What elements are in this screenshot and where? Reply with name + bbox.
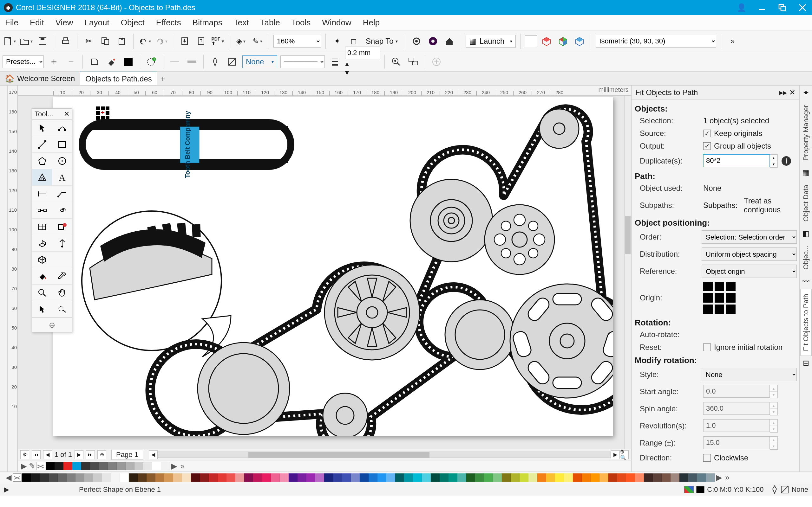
duplicates-input[interactable] [703, 154, 770, 167]
color-swatch[interactable] [306, 473, 315, 482]
color-swatch[interactable] [315, 473, 324, 482]
menu-bitmaps[interactable]: Bitmaps [193, 18, 222, 27]
docker-tab-object-data[interactable]: Object Data [800, 180, 812, 226]
menu-help[interactable]: Help [363, 18, 380, 27]
options-button[interactable] [409, 34, 423, 48]
launch-dropdown[interactable]: ▦Launch▾ [466, 35, 516, 48]
line-tool[interactable] [32, 136, 52, 153]
color-swatch[interactable] [591, 473, 600, 482]
color-swatch[interactable] [573, 473, 582, 482]
eyedropper-tool[interactable] [52, 268, 72, 285]
color-swatch[interactable] [164, 473, 173, 482]
color-swatch[interactable] [600, 473, 608, 482]
color-swatch[interactable] [55, 462, 63, 470]
projection-select[interactable]: Isometric (30, 90, 30) [596, 35, 716, 48]
page-tab[interactable]: Page 1 [111, 450, 143, 460]
color-swatch[interactable] [395, 473, 404, 482]
open-button[interactable] [19, 34, 33, 48]
navigator-button[interactable]: ⊕🔍 [620, 450, 629, 459]
docker-tab-icon-1[interactable]: ✦ [803, 88, 809, 98]
color-swatch[interactable] [697, 473, 706, 482]
publish-pdf-button[interactable]: PDF⬆ [211, 34, 224, 48]
prev-page-button[interactable]: ◀ [43, 450, 52, 459]
detail-callout[interactable] [82, 211, 231, 357]
color-swatch[interactable] [111, 473, 120, 482]
color-swatch[interactable] [46, 462, 55, 470]
docker-collapse-icon[interactable]: ▸▸ ✕ [779, 88, 796, 97]
color-swatch[interactable] [528, 473, 537, 482]
copy-button[interactable] [98, 34, 112, 48]
left-docker-strip[interactable] [0, 86, 8, 471]
docker-tab-icon-5[interactable]: ⊟ [803, 358, 809, 369]
toolbox-customize-button[interactable]: ⊕ [32, 318, 72, 332]
color-swatch[interactable] [404, 473, 413, 482]
toolbar-overflow-button[interactable]: » [725, 34, 740, 48]
polygon-tool[interactable] [32, 153, 52, 169]
no-outline-icon[interactable] [225, 55, 239, 69]
close-button[interactable] [797, 2, 808, 13]
3d-tool[interactable] [32, 251, 52, 268]
text-tool[interactable]: A [52, 169, 72, 186]
swatch-black-button[interactable] [121, 55, 136, 69]
color-swatch[interactable] [22, 473, 31, 482]
color-swatch[interactable] [108, 462, 117, 470]
color-swatch[interactable] [191, 473, 200, 482]
smart-select-tool[interactable] [52, 301, 72, 318]
minimize-button[interactable] [756, 2, 768, 13]
color-swatch[interactable] [422, 473, 431, 482]
tab-document[interactable]: Objects to Path.des [80, 72, 157, 85]
color-swatch[interactable] [129, 473, 138, 482]
color-swatch[interactable] [466, 473, 475, 482]
no-color-swatch-2[interactable] [13, 473, 21, 482]
color-swatch[interactable] [298, 473, 306, 482]
order-select[interactable]: Selection: Selection order [702, 230, 797, 244]
color-swatch[interactable] [484, 473, 493, 482]
line-thin-icon[interactable] [168, 55, 182, 69]
color-swatch[interactable] [360, 473, 368, 482]
color-swatch[interactable] [475, 473, 484, 482]
shape-tool[interactable] [52, 120, 72, 136]
eyedropper-icon[interactable]: ✎ [28, 462, 36, 470]
menu-text[interactable]: Text [234, 18, 249, 27]
pan-tool[interactable] [52, 285, 72, 301]
perspective-tool[interactable] [52, 235, 72, 251]
color-swatch[interactable] [608, 473, 617, 482]
color-swatch[interactable] [90, 462, 99, 470]
fill-color-button[interactable] [104, 55, 118, 69]
ellipse-tool[interactable] [52, 153, 72, 169]
color-swatch[interactable] [368, 473, 377, 482]
document-palette[interactable]: ▶ ✎ ▶» [18, 460, 631, 471]
docker-tab-icon-4[interactable]: 〰 [802, 276, 810, 287]
color-swatch[interactable] [67, 473, 75, 482]
color-swatch[interactable] [440, 473, 449, 482]
origin-grid[interactable] [703, 282, 735, 314]
color-swatch[interactable] [688, 473, 697, 482]
redo-button[interactable] [154, 34, 168, 48]
color-swatch[interactable] [152, 462, 161, 470]
menu-file[interactable]: File [5, 18, 18, 27]
vertical-scrollbar[interactable] [624, 96, 631, 449]
color-swatch[interactable] [537, 473, 546, 482]
save-button[interactable] [36, 34, 49, 48]
color-swatch[interactable] [102, 473, 111, 482]
palette-menu-icon[interactable]: ▶ [20, 462, 28, 470]
color-swatch[interactable] [351, 473, 360, 482]
color-swatch[interactable] [644, 473, 653, 482]
drawing-page[interactable]: Tooth Belt Compamny [53, 97, 613, 436]
projected-shape-tool[interactable] [32, 235, 52, 251]
color-swatch[interactable] [635, 473, 644, 482]
fill-tool[interactable] [32, 268, 52, 285]
snap-to-dropdown[interactable]: Snap To ▾ [363, 37, 400, 46]
color-swatch[interactable] [31, 473, 40, 482]
spiral-tool[interactable] [52, 202, 72, 219]
color-swatch[interactable] [182, 473, 191, 482]
color-swatch[interactable] [81, 462, 90, 470]
add-page-button[interactable]: ⊕ [97, 450, 106, 459]
status-expand-icon[interactable]: ▶ [4, 486, 9, 494]
palette-prev-icon[interactable]: ◀ [4, 473, 13, 482]
color-swatch[interactable] [617, 473, 626, 482]
color-swatch[interactable] [217, 473, 226, 482]
line-thick-icon[interactable] [185, 55, 199, 69]
horizontal-ruler[interactable]: 1020304050607080901001101201301401501601… [18, 86, 631, 96]
new-doc-button[interactable] [3, 34, 16, 48]
